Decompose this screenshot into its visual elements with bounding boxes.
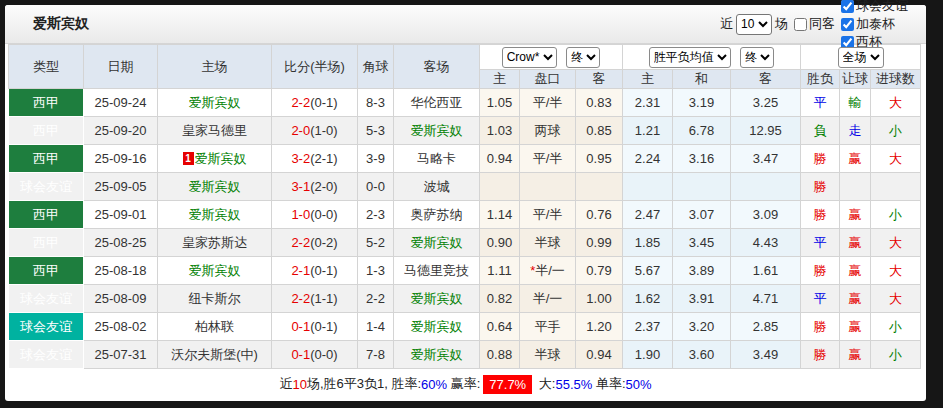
cell-date: 25-08-09	[84, 285, 158, 313]
cell-avg-home: 1.90	[623, 341, 673, 369]
cell-avg-home: 1.85	[623, 229, 673, 257]
cell-avg-home: 2.37	[623, 313, 673, 341]
red-card-icon: 1	[183, 152, 194, 165]
cell-odds-away: 0.95	[576, 145, 623, 173]
table-row: 球会友谊25-08-02柏林联0-1(0-1)1-4爱斯宾奴0.64平手1.20…	[9, 313, 921, 341]
cell-score: 2-2(1-1)	[272, 285, 358, 313]
same-away-label: 同客	[809, 15, 835, 33]
col-header-home: 主场	[158, 45, 272, 89]
cell-home: 沃尔夫斯堡(中)	[158, 341, 272, 369]
cell-corner: 0-0	[358, 173, 394, 201]
cell-away: 华伦西亚	[394, 89, 480, 117]
cell-goals: 小	[871, 201, 921, 229]
cell-avg-home: 1.62	[623, 285, 673, 313]
cell-home: 爱斯宾奴	[158, 257, 272, 285]
cell-date: 25-08-18	[84, 257, 158, 285]
col-header-type: 类型	[9, 45, 84, 89]
league-label: 球会友谊	[856, 0, 908, 15]
stats-page: 爱斯宾奴 近 10 场 同客 西甲球会友谊加泰杯西杯西乙 类型 日期	[5, 5, 926, 401]
league-filter-2[interactable]: 加泰杯	[841, 15, 908, 33]
cell-corner: 7-8	[358, 341, 394, 369]
topbar: 爱斯宾奴 近 10 场 同客 西甲球会友谊加泰杯西杯西乙	[5, 5, 926, 44]
cell-odds-away: 0.99	[576, 229, 623, 257]
cell-away: 爱斯宾奴	[394, 285, 480, 313]
cell-away: 马略卡	[394, 145, 480, 173]
cell-avg-draw	[673, 173, 731, 201]
cell-corner: 8-3	[358, 89, 394, 117]
cell-result: 負	[801, 117, 840, 145]
cell-score: 2-2(0-2)	[272, 229, 358, 257]
league-checkbox-1[interactable]	[841, 0, 854, 13]
cell-home: 纽卡斯尔	[158, 285, 272, 313]
cell-type: 西甲	[9, 257, 84, 285]
cell-handicap-result	[840, 173, 871, 201]
cell-avg-draw: 3.89	[673, 257, 731, 285]
cell-goals: 小	[871, 313, 921, 341]
cell-type: 球会友谊	[9, 285, 84, 313]
cell-score: 2-2(0-1)	[272, 89, 358, 117]
table-row: 球会友谊25-08-09纽卡斯尔2-2(1-1)2-2爱斯宾奴0.82半/一1.…	[9, 285, 921, 313]
summary-segment: 77.7%	[483, 375, 532, 394]
cell-handicap-result: 赢	[840, 285, 871, 313]
cell-result: 勝	[801, 173, 840, 201]
cell-odds-handicap: 两球	[520, 117, 576, 145]
cell-corner: 1-4	[358, 313, 394, 341]
cell-avg-away	[731, 173, 801, 201]
cell-corner: 3-9	[358, 145, 394, 173]
cell-odds-away: 1.00	[576, 285, 623, 313]
same-away-filter[interactable]: 同客	[794, 15, 835, 33]
cell-handicap-result: 赢	[840, 201, 871, 229]
scope-select[interactable]: 全场	[838, 47, 884, 68]
avg-type-select[interactable]: 胜平负均值	[649, 47, 731, 68]
cell-avg-home: 2.47	[623, 201, 673, 229]
cell-avg-draw: 3.60	[673, 341, 731, 369]
cell-odds-away: 0.85	[576, 117, 623, 145]
odds-selector-cell: Crow* 终	[480, 45, 623, 70]
cell-result: 勝	[801, 341, 840, 369]
cell-handicap-result: 輸	[840, 89, 871, 117]
page-title: 爱斯宾奴	[33, 15, 89, 33]
cell-odds-home: 0.64	[480, 313, 520, 341]
league-filter-1[interactable]: 球会友谊	[841, 0, 908, 15]
cell-odds-home: 1.14	[480, 201, 520, 229]
col-header-date: 日期	[84, 45, 158, 89]
cell-home: 皇家苏斯达	[158, 229, 272, 257]
cell-odds-home: 1.03	[480, 117, 520, 145]
cell-home: 柏林联	[158, 313, 272, 341]
cell-away: 马德里竞技	[394, 257, 480, 285]
table-row: 西甲25-08-18爱斯宾奴2-1(0-1)1-3马德里竞技1.11*半/一0.…	[9, 257, 921, 285]
cell-away: 奥萨苏纳	[394, 201, 480, 229]
cell-handicap-result: 赢	[840, 229, 871, 257]
summary-segment: 单率:	[592, 375, 625, 393]
cell-avg-away: 2.85	[731, 313, 801, 341]
col-header-away: 客场	[394, 45, 480, 89]
cell-odds-handicap: 平/半	[520, 201, 576, 229]
cell-type: 西甲	[9, 229, 84, 257]
odds-company-select[interactable]: Crow*	[502, 47, 557, 68]
avg-selector-cell: 胜平负均值 终	[623, 45, 801, 70]
cell-odds-home: 1.11	[480, 257, 520, 285]
avg-state-select[interactable]: 终	[740, 47, 774, 68]
cell-odds-away: 0.76	[576, 201, 623, 229]
cell-avg-away: 4.71	[731, 285, 801, 313]
recent-label: 近	[720, 15, 733, 33]
cell-odds-handicap: 半/一	[520, 285, 576, 313]
cell-away: 爱斯宾奴	[394, 341, 480, 369]
cell-avg-home: 2.24	[623, 145, 673, 173]
recent-count-select[interactable]: 10	[736, 14, 772, 35]
odds-state-select[interactable]: 终	[566, 47, 600, 68]
table-row: 球会友谊25-07-31沃尔夫斯堡(中)0-1(0-0)7-8爱斯宾奴0.88半…	[9, 341, 921, 369]
same-away-checkbox[interactable]	[794, 18, 807, 31]
cell-goals: 大	[871, 285, 921, 313]
cell-home: 1爱斯宾奴	[158, 145, 272, 173]
summary-segment: 50%	[626, 377, 652, 392]
cell-type: 球会友谊	[9, 341, 84, 369]
cell-goals: 大	[871, 145, 921, 173]
league-checkbox-2[interactable]	[841, 18, 854, 31]
cell-score: 3-2(2-1)	[272, 145, 358, 173]
cell-result: 勝	[801, 257, 840, 285]
cell-odds-home: 0.94	[480, 145, 520, 173]
cell-avg-draw: 3.16	[673, 145, 731, 173]
cell-home: 爱斯宾奴	[158, 89, 272, 117]
cell-date: 25-08-02	[84, 313, 158, 341]
